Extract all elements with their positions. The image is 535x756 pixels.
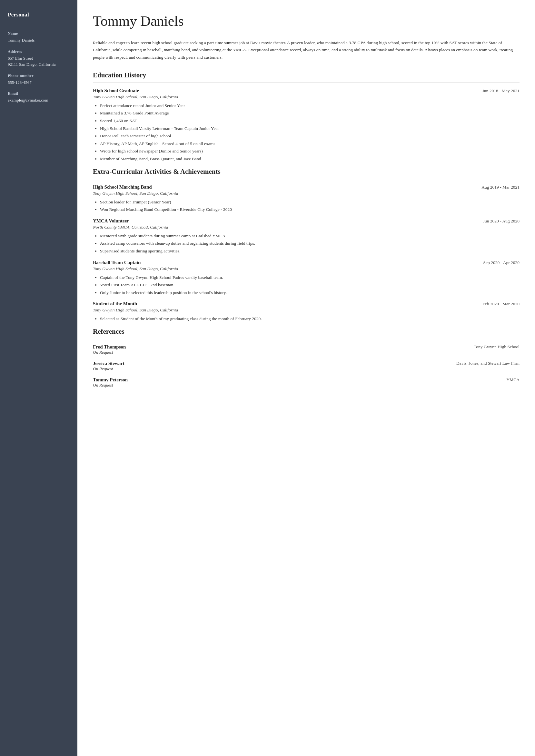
activity-bullet-0-1: Won Regional Marching Band Competition -… [100, 206, 520, 213]
activity-entry-1: YMCA VolunteerJun 2020 - Aug 2020North C… [93, 218, 520, 255]
activity-bullet-2-2: Only Junior to be selected this leadersh… [100, 289, 520, 296]
education-container: High School GraduateJun 2018 - May 2021T… [93, 88, 520, 162]
activity-subtitle-2: Tony Gwynn High School, San Diego, Calif… [93, 266, 520, 271]
reference-name-2: Tommy Peterson [93, 377, 128, 383]
activities-container: High School Marching BandAug 2019 - Mar … [93, 184, 520, 322]
reference-name-0: Fred Thompson [93, 344, 126, 350]
education-title-0: High School Graduate [93, 88, 139, 94]
sidebar-value-2: 555-123-4567 [8, 79, 70, 86]
education-bullet-0-0: Perfect attendance record Junior and Sen… [100, 102, 520, 109]
education-bullet-0-2: Scored 1,460 on SAT [100, 117, 520, 124]
education-bullet-0-7: Member of Marching Band, Brass Quartet, … [100, 155, 520, 162]
education-bullet-0-6: Wrote for high school newspaper (Junior … [100, 148, 520, 155]
activity-bullet-3-0: Selected as Student of the Month of my g… [100, 315, 520, 322]
activity-subtitle-1: North County YMCA, Carlsbad, California [93, 225, 520, 230]
sidebar-value-3: example@cvmaker.com [8, 97, 70, 103]
activity-bullets-2: Captain of the Tony Gwynn High School Pa… [93, 274, 520, 296]
activity-bullets-0: Section leader for Trumpet (Senior Year)… [93, 199, 520, 213]
references-container: Fred ThompsonOn RequestTony Gwynn High S… [93, 344, 520, 388]
education-bullet-0-5: AP History, AP Math, AP English - Scored… [100, 140, 520, 147]
activity-entry-2: Baseball Team CaptainSep 2020 - Apr 2020… [93, 260, 520, 296]
reference-left-2: Tommy PetersonOn Request [93, 377, 128, 388]
education-divider [93, 83, 520, 83]
reference-org-1: Davis, Jones, and Stewart Law Firm [456, 361, 520, 366]
activity-bullets-3: Selected as Student of the Month of my g… [93, 315, 520, 322]
reference-availability-2: On Request [93, 383, 128, 388]
sidebar-value-0: Tommy Daniels [8, 37, 70, 43]
activity-bullet-1-1: Assisted camp counselors with clean-up d… [100, 240, 520, 247]
reference-org-0: Tony Gwynn High School [474, 344, 520, 349]
reference-availability-0: On Request [93, 350, 126, 355]
reference-name-1: Jessica Stewart [93, 361, 125, 366]
activity-bullet-2-1: Voted First Team ALL CIF - 2nd baseman. [100, 282, 520, 288]
education-section-title: Education History [93, 71, 520, 79]
activity-title-3: Student of the Month [93, 301, 137, 307]
reference-entry-0: Fred ThompsonOn RequestTony Gwynn High S… [93, 344, 520, 355]
education-date-0: Jun 2018 - May 2021 [482, 88, 520, 94]
references-divider [93, 339, 520, 339]
main-content: Tommy Daniels Reliable and eager to lear… [77, 0, 535, 756]
reference-availability-1: On Request [93, 366, 125, 371]
reference-entry-1: Jessica StewartOn RequestDavis, Jones, a… [93, 361, 520, 371]
sidebar-label-0: Name [8, 31, 70, 36]
sidebar-label-2: Phone number [8, 73, 70, 78]
activity-title-0: High School Marching Band [93, 184, 152, 190]
reference-org-2: YMCA [506, 377, 520, 382]
activity-bullet-1-2: Supervised students during sporting acti… [100, 248, 520, 255]
education-bullet-0-1: Maintained a 3.78 Grade Point Average [100, 110, 520, 117]
activity-date-2: Sep 2020 - Apr 2020 [483, 260, 520, 265]
name-divider [93, 34, 520, 34]
education-bullet-0-4: Honor Roll each semester of high school [100, 132, 520, 140]
education-subtitle-0: Tony Gwynn High School, San Diego, Calif… [93, 94, 520, 100]
extracurricular-divider [93, 179, 520, 179]
sidebar-label-1: Address [8, 49, 70, 54]
activity-subtitle-0: Tony Gwynn High School, San Diego, Calif… [93, 191, 520, 196]
reference-left-0: Fred ThompsonOn Request [93, 344, 126, 355]
activity-bullet-0-0: Section leader for Trumpet (Senior Year) [100, 199, 520, 206]
activity-bullet-1-0: Mentored sixth grade students during sum… [100, 232, 520, 239]
activity-entry-0: High School Marching BandAug 2019 - Mar … [93, 184, 520, 213]
sidebar: Personal NameTommy DanielsAddress657 Elm… [0, 0, 77, 756]
sidebar-divider [8, 24, 70, 24]
activity-bullet-2-0: Captain of the Tony Gwynn High School Pa… [100, 274, 520, 281]
sidebar-label-3: Email [8, 91, 70, 96]
activity-title-1: YMCA Volunteer [93, 218, 129, 224]
reference-left-1: Jessica StewartOn Request [93, 361, 125, 371]
activity-date-3: Feb 2020 - Mar 2020 [482, 301, 520, 307]
extracurricular-section-title: Extra-Curricular Activities & Achievemen… [93, 168, 520, 176]
resume-name: Tommy Daniels [93, 13, 520, 29]
reference-entry-2: Tommy PetersonOn RequestYMCA [93, 377, 520, 388]
references-section-title: References [93, 328, 520, 336]
education-entry-0: High School GraduateJun 2018 - May 2021T… [93, 88, 520, 162]
activity-date-0: Aug 2019 - Mar 2021 [482, 185, 520, 190]
education-bullets-0: Perfect attendance record Junior and Sen… [93, 102, 520, 162]
education-bullet-0-3: High School Baseball Varsity Letterman -… [100, 125, 520, 132]
activity-entry-3: Student of the MonthFeb 2020 - Mar 2020T… [93, 301, 520, 322]
summary-text: Reliable and eager to learn recent high … [93, 39, 520, 61]
activity-title-2: Baseball Team Captain [93, 260, 141, 265]
sidebar-section-title: Personal [8, 12, 70, 18]
sidebar-value-1: 657 Elm Street 92111 San Diego, Californ… [8, 55, 70, 68]
activity-subtitle-3: Tony Gwynn High School, San Diego, Calif… [93, 308, 520, 313]
activity-bullets-1: Mentored sixth grade students during sum… [93, 232, 520, 255]
activity-date-1: Jun 2020 - Aug 2020 [483, 219, 520, 224]
